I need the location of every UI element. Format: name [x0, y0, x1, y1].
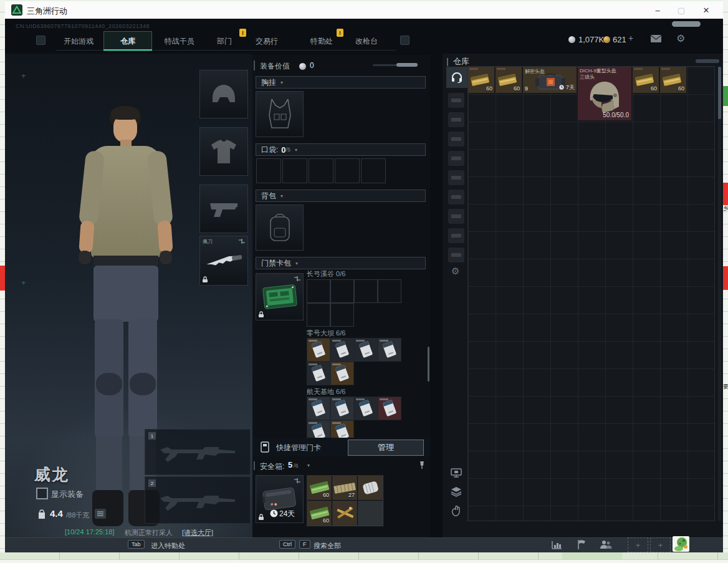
warehouse-item-ammo[interactable]: 60 — [496, 67, 522, 93]
manage-button[interactable]: 管理 — [348, 440, 424, 456]
warehouse-tab-category[interactable] — [448, 228, 464, 243]
chest-section-header[interactable]: 胸挂▾ — [256, 76, 426, 89]
scroll-thumb[interactable] — [396, 63, 418, 67]
tab-gunsmith[interactable]: 改枪台 — [352, 34, 381, 49]
keycard-item[interactable] — [307, 338, 330, 362]
pin-icon[interactable] — [419, 461, 425, 469]
keycard-holder-item[interactable] — [256, 273, 304, 320]
keycard-item[interactable] — [378, 338, 401, 362]
warehouse-tab-category[interactable] — [448, 151, 464, 166]
warehouse-tab-category[interactable] — [448, 190, 464, 205]
keycard-empty-slot[interactable] — [307, 303, 330, 327]
filter-gear-icon[interactable]: ⚙ — [451, 266, 459, 277]
hand-gesture-icon[interactable] — [450, 505, 462, 516]
keycard-item[interactable] — [354, 397, 378, 420]
monitor-icon[interactable] — [450, 468, 462, 478]
keycard-item[interactable] — [330, 338, 354, 362]
warehouse-tab-category[interactable] — [448, 209, 464, 224]
chest-rig-slot[interactable] — [256, 91, 304, 137]
player-avatar[interactable] — [673, 536, 689, 552]
pistol-slot[interactable] — [199, 185, 248, 233]
tab-start-game[interactable]: 开始游戏 — [62, 34, 95, 49]
keycard-item[interactable] — [330, 362, 354, 385]
lock-icon — [258, 311, 264, 318]
keycard-empty-slot[interactable] — [330, 303, 354, 327]
safebox-item[interactable]: 24天 — [256, 475, 304, 523]
pocket-slot[interactable] — [282, 158, 307, 183]
warehouse-item-bag[interactable]: 解密头盔 9 7天 — [523, 67, 577, 93]
safebox-empty-slot[interactable] — [358, 501, 383, 526]
safebox-grid-item[interactable] — [358, 475, 383, 500]
avatar-plus-slot[interactable]: + — [650, 537, 671, 552]
settings-gear-icon[interactable]: ⚙ — [676, 32, 685, 44]
safebox-grid-item[interactable]: 27 — [332, 475, 357, 500]
warehouse-tab-all[interactable] — [446, 67, 467, 88]
keycard-empty-slot[interactable] — [330, 279, 354, 303]
warehouse-scrollbar-track[interactable] — [718, 67, 721, 521]
keycard-item[interactable] — [330, 397, 354, 420]
show-equipment-checkbox[interactable] — [36, 488, 48, 499]
nav-prev-button[interactable] — [36, 36, 46, 45]
helmet-slot[interactable] — [199, 70, 248, 118]
warehouse-tab-category[interactable] — [448, 132, 464, 147]
keycard-item[interactable] — [378, 397, 401, 420]
item-durability: 50.0/50.0 — [603, 112, 629, 118]
weight-detail-button[interactable] — [95, 509, 106, 519]
warehouse-tab-category[interactable] — [448, 170, 464, 185]
tab-warehouse[interactable]: 仓库 — [103, 31, 152, 51]
keycard-empty-slot[interactable] — [307, 279, 330, 303]
warehouse-scrollbar-thumb[interactable] — [718, 67, 721, 119]
pocket-slot[interactable] — [309, 158, 333, 183]
item-count: 60 — [323, 492, 329, 498]
nav-next-button[interactable] — [400, 36, 410, 45]
pocket-section-header[interactable]: 口袋: 0 /5 ▾ — [256, 143, 426, 156]
tab-department[interactable]: 部门 — [212, 34, 237, 49]
warehouse-grid[interactable] — [467, 66, 715, 521]
warehouse-item-ammo[interactable]: 60 — [633, 67, 659, 93]
safebox-grid-item[interactable]: 60 — [307, 475, 332, 500]
keycard-item[interactable] — [307, 362, 330, 385]
excel-bottom-row — [0, 559, 728, 563]
close-button[interactable]: ✕ — [694, 1, 718, 19]
enter-blacksite-hint[interactable]: 进入特勤处 — [151, 541, 185, 551]
pocket-slot[interactable] — [256, 158, 281, 183]
maximize-button[interactable]: ▢ — [669, 1, 693, 19]
secondary-weapon-slot[interactable]: 2 — [145, 476, 251, 524]
tab-market[interactable]: 交易行 — [252, 34, 282, 49]
add-currency-button[interactable]: + — [628, 33, 633, 43]
tab-operators[interactable]: 特战干员 — [161, 34, 198, 49]
avatar-plus-slot[interactable]: + — [628, 537, 648, 552]
mail-icon[interactable] — [650, 34, 662, 43]
backpack-section-header[interactable]: 背包▾ — [256, 190, 426, 202]
warehouse-item-helmet[interactable]: DICH-9重型头盔 三级头 50.0/50.0 — [578, 67, 631, 120]
backpack-slot[interactable] — [256, 205, 304, 251]
primary-weapon-slot[interactable]: 1 — [145, 429, 251, 475]
melee-slot[interactable]: 佩刀 — [199, 236, 248, 286]
flag-icon[interactable] — [577, 539, 587, 550]
keycard-section-header[interactable]: 门禁卡包▾ — [256, 257, 426, 269]
pocket-slot[interactable] — [361, 158, 386, 183]
minimize-button[interactable]: – — [646, 1, 669, 19]
warehouse-tab-category[interactable] — [448, 112, 464, 127]
keycard-item[interactable] — [307, 397, 330, 420]
tab-blacksite[interactable]: 特勤处 — [307, 34, 337, 49]
warehouse-tab-category[interactable] — [448, 248, 464, 262]
warehouse-tab-category[interactable] — [448, 93, 464, 108]
armor-slot[interactable] — [199, 127, 248, 176]
silver-currency-value[interactable]: 1,077K — [578, 35, 604, 44]
warehouse-item-ammo[interactable]: 60 — [468, 67, 494, 93]
keycard-empty-slot[interactable] — [378, 279, 401, 303]
safebox-grid-item[interactable] — [332, 501, 357, 526]
friends-icon[interactable] — [600, 540, 612, 549]
pocket-slot[interactable] — [335, 158, 360, 183]
safebox-grid-item[interactable]: 60 — [307, 501, 332, 526]
search-all-hint[interactable]: 搜索全部 — [314, 541, 341, 551]
layers-icon[interactable] — [450, 486, 462, 497]
keycard-item[interactable] — [354, 338, 378, 362]
warehouse-item-ammo[interactable]: 60 — [660, 67, 686, 93]
keycard-empty-slot[interactable] — [354, 279, 378, 303]
gold-currency-value[interactable]: 621 — [613, 35, 626, 44]
stats-chart-icon[interactable] — [551, 541, 562, 549]
notice-link[interactable]: [请选大厅] — [182, 528, 213, 537]
loadout-scrollbar-thumb[interactable] — [428, 347, 429, 382]
